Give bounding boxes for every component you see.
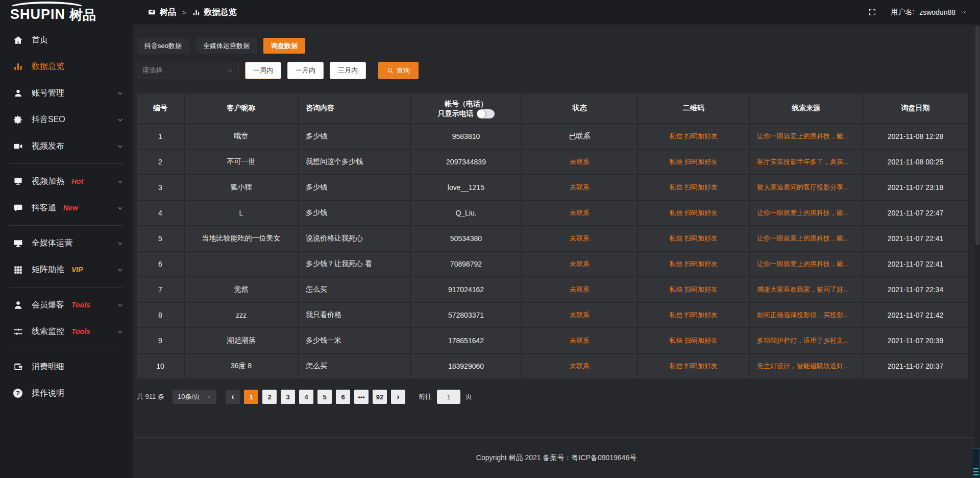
qrcode-link[interactable]: 私信 扫码加好友	[669, 183, 718, 191]
table-row: 4 L 多少钱 Q_Liu. 未联系 私信 扫码加好友 让你一眼就爱上的黑科技，…	[137, 201, 969, 226]
source-link[interactable]: 如何正确选择投影仪，买投影...	[757, 311, 849, 319]
source-link[interactable]: 多功能护栏灯，适用于乡村文...	[757, 337, 849, 344]
qrcode-link[interactable]: 私信 扫码加好友	[669, 362, 718, 370]
sidebar-item-help[interactable]: 操作说明	[0, 380, 133, 407]
qrcode-link[interactable]: 私信 扫码加好友	[669, 209, 718, 217]
pagination-total: 共 911 条	[137, 392, 164, 401]
cell-content: 怎么买	[299, 277, 411, 303]
prev-page-button[interactable]	[226, 390, 240, 404]
fullscreen-icon[interactable]	[868, 8, 876, 16]
source-link[interactable]: 让你一眼就爱上的黑科技，能...	[757, 234, 849, 242]
sidebar-item-doketong[interactable]: 抖客通 New	[0, 195, 133, 221]
page-button[interactable]: 4	[299, 390, 313, 404]
grid-icon	[13, 265, 23, 275]
qrcode-link[interactable]: 私信 扫码加好友	[669, 311, 718, 319]
cell-source: 让你一眼就爱上的黑科技，能...	[750, 201, 863, 226]
page-button[interactable]: 2	[262, 390, 277, 404]
query-button[interactable]: 查询	[378, 62, 419, 79]
range-quarter-button[interactable]: 三月内	[330, 62, 366, 79]
cell-qrcode: 私信 扫码加好友	[638, 150, 750, 175]
cell-status: 未联系	[522, 252, 638, 277]
sidebar-item-member-traffic[interactable]: 会员爆客 Tools	[0, 292, 133, 318]
cell-account: love__1215	[411, 175, 522, 201]
user-label: 用户名:	[891, 8, 914, 17]
sidebar-item-home[interactable]: 首页	[0, 27, 133, 53]
breadcrumb-home[interactable]: 树品	[160, 7, 176, 18]
sidebar-item-video-publish[interactable]: 视频发布	[0, 133, 133, 159]
page-button[interactable]: 3	[281, 390, 295, 404]
browser-scrollbar[interactable]	[975, 25, 980, 478]
source-link[interactable]: 让你一眼就爱上的黑科技，能...	[757, 209, 849, 217]
column-status: 状态	[522, 93, 638, 124]
screen-icon	[148, 9, 156, 16]
sliders-icon	[13, 327, 23, 337]
qrcode-link[interactable]: 私信 扫码加好友	[669, 158, 718, 165]
cell-no: 4	[137, 201, 185, 226]
scrollbar-thumb[interactable]	[975, 26, 979, 245]
range-week-button[interactable]: 一周内	[245, 62, 281, 79]
source-link[interactable]: 被大家追着问的客厅投影分享...	[757, 183, 849, 191]
sidebar-item-lead-monitor[interactable]: 线索监控 Tools	[0, 318, 133, 345]
home-icon	[13, 35, 23, 45]
sidebar-item-account-management[interactable]: 账号管理	[0, 80, 133, 106]
sidebar-item-label: 抖客通	[32, 203, 56, 213]
range-month-button[interactable]: 一月内	[287, 62, 324, 79]
sidebar-item-spend-detail[interactable]: 消费明细	[0, 353, 133, 380]
table-row: 5 当地比较能吃的一位美女 说说价格让我死心 50534380 未联系 私信 扫…	[137, 226, 969, 252]
sidebar-item-label: 视频加热	[32, 176, 64, 187]
table-row: 3 狐小狸 多少钱 love__1215 未联系 私信 扫码加好友 被大家追着问…	[137, 175, 969, 201]
cell-source: 让你一眼就爱上的黑科技，能...	[750, 124, 863, 150]
page-size-value: 10条/页	[178, 392, 200, 401]
cell-date: 2021-11-07 22:41	[863, 252, 969, 277]
sidebar: SHUPIN 树品 首页 数据总览 账号管理 抖音SEO 视频发布	[0, 0, 133, 478]
cell-qrcode: 私信 扫码加好友	[638, 201, 750, 226]
page-ellipsis-button[interactable]: •••	[354, 390, 369, 404]
sidebar-item-matrix-boost[interactable]: 矩阵助推 VIP	[0, 256, 133, 283]
sidebar-item-omnimedia[interactable]: 全媒体运营	[0, 230, 133, 256]
page-button[interactable]: 6	[336, 390, 350, 404]
phone-only-toggle[interactable]	[477, 109, 495, 118]
qrcode-link[interactable]: 私信 扫码加好友	[669, 337, 718, 344]
chevron-down-icon[interactable]	[961, 9, 967, 15]
page-size-select[interactable]: 10条/页	[173, 390, 216, 404]
cell-source: 让你一眼就爱上的黑科技，能...	[750, 226, 863, 252]
question-circle-icon	[13, 389, 23, 398]
goto-page-input[interactable]	[437, 390, 460, 404]
page-button[interactable]: 5	[317, 390, 332, 404]
source-link[interactable]: 客厅安装投影半年多了，真实...	[757, 158, 849, 165]
source-link[interactable]: 无主灯设计，智能磁吸轨道灯...	[757, 362, 849, 370]
cell-source: 如何正确选择投影仪，买投影...	[750, 303, 863, 328]
qrcode-link[interactable]: 私信 扫码加好友	[669, 132, 718, 140]
chevron-down-icon	[117, 90, 124, 97]
column-qrcode: 二维码	[638, 93, 750, 124]
tools-badge: Tools	[71, 301, 90, 309]
chevron-down-icon	[117, 143, 124, 150]
sidebar-divider	[9, 163, 124, 164]
source-link[interactable]: 让你一眼就爱上的黑科技，能...	[757, 260, 849, 268]
page-button[interactable]: 1	[244, 390, 258, 404]
qrcode-link[interactable]: 私信 扫码加好友	[669, 260, 718, 268]
sidebar-item-video-heat[interactable]: 视频加热 Hot	[0, 168, 133, 195]
page-button[interactable]: 92	[373, 390, 387, 404]
data-tabs: 抖音seo数据 全媒体运营数据 询盘数据	[137, 38, 969, 54]
username[interactable]: zswodun88	[919, 8, 955, 16]
cell-no: 2	[137, 150, 185, 175]
cell-no: 8	[137, 303, 185, 328]
column-source: 线索来源	[750, 93, 863, 124]
sidebar-item-data-overview[interactable]: 数据总览	[0, 53, 133, 80]
wallet-icon	[13, 362, 23, 372]
tab-inquiry-data[interactable]: 询盘数据	[263, 38, 305, 54]
cell-nickname: 哦章	[185, 124, 299, 150]
next-page-button[interactable]	[391, 390, 405, 404]
sidebar-item-label: 线索监控	[32, 326, 64, 337]
screen-play-icon	[13, 177, 23, 186]
tab-douyin-seo-data[interactable]: 抖音seo数据	[137, 38, 189, 54]
tab-omnimedia-data[interactable]: 全媒体运营数据	[195, 38, 257, 54]
qrcode-link[interactable]: 私信 扫码加好友	[669, 285, 718, 293]
source-link[interactable]: 让你一眼就爱上的黑科技，能...	[757, 132, 849, 140]
sidebar-item-douyin-seo[interactable]: 抖音SEO	[0, 106, 133, 133]
bar-chart-icon	[13, 62, 23, 71]
account-select[interactable]: 请选择	[137, 62, 239, 79]
source-link[interactable]: 感谢大家喜欢我家，被问了好...	[757, 285, 849, 293]
qrcode-link[interactable]: 私信 扫码加好友	[669, 234, 718, 242]
